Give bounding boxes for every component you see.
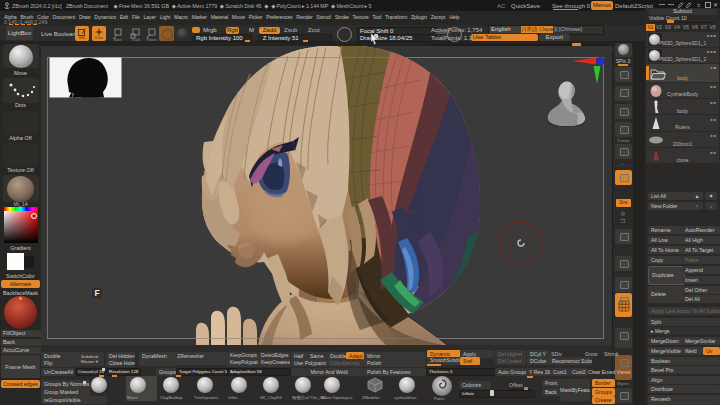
svg-text:Scale: Scale [132, 38, 141, 41]
svg-text:F: F [95, 288, 100, 298]
svg-text:Edit: Edit [79, 36, 85, 40]
svg-text:Draw: Draw [94, 36, 103, 40]
svg-text:Rotate: Rotate [147, 38, 157, 41]
svg-text:Move: Move [114, 38, 122, 41]
